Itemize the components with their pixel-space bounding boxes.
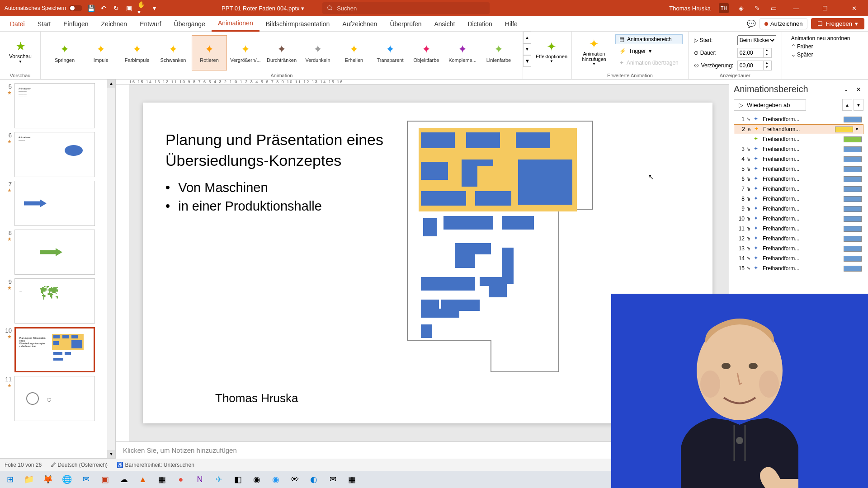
animation-list-item[interactable]: 10🖱✦Freihandform... — [734, 214, 863, 224]
move-earlier-button[interactable]: ⌃ Früher — [791, 43, 850, 50]
telegram-icon[interactable]: ✈ — [211, 472, 227, 487]
animation-list-item[interactable]: 2🖱✦Freihandform...▼ — [734, 124, 863, 134]
sync-icon[interactable]: ◈ — [737, 4, 745, 12]
anim-gallery-item[interactable]: ✦Schwanken — [156, 35, 191, 70]
autosave-toggle[interactable]: Automatisches Speichern — [5, 5, 82, 11]
app-icon-7[interactable]: ✉ — [325, 472, 341, 487]
obs-icon[interactable]: ◉ — [249, 472, 265, 487]
scroll-up-icon[interactable]: ▲ — [107, 80, 115, 88]
tab-design[interactable]: Entwurf — [133, 16, 167, 32]
anim-move-up-icon[interactable]: ▲ — [842, 99, 852, 111]
anim-gallery-item[interactable]: ✦Linienfarbe — [481, 35, 516, 70]
tab-help[interactable]: Hilfe — [499, 16, 524, 32]
anim-gallery-item[interactable]: ✦Transparent — [373, 35, 408, 70]
qat-more-icon[interactable]: ▾ — [150, 4, 158, 12]
username[interactable]: Thomas Hruska — [669, 5, 711, 12]
tab-slideshow[interactable]: Bildschirmpräsentation — [259, 16, 336, 32]
app-icon-2[interactable]: ▦ — [154, 472, 170, 487]
animation-list-item[interactable]: 6🖱✦Freihandform... — [734, 174, 863, 184]
edge-icon[interactable]: ◐ — [306, 472, 322, 487]
window-mode-icon[interactable]: ▭ — [769, 4, 778, 12]
thumbnail-slide[interactable]: Animationen─────────────── — [14, 83, 95, 128]
anim-gallery-item[interactable]: ✦Erhellen — [336, 35, 372, 70]
app-icon-3[interactable]: ● — [173, 472, 189, 487]
animation-list-item[interactable]: 4🖱✦Freihandform... — [734, 154, 863, 164]
floorplan-graphic[interactable] — [405, 119, 595, 372]
pane-dropdown-icon[interactable]: ⌄ — [841, 84, 851, 94]
powerpoint-icon[interactable]: ▣ — [97, 472, 113, 487]
app-icon-8[interactable]: ▦ — [344, 472, 360, 487]
redo-icon[interactable]: ↻ — [112, 4, 120, 12]
gallery-expand-icon[interactable]: ▼̲ — [523, 55, 531, 67]
tab-animations[interactable]: Animationen — [212, 16, 259, 32]
tab-review[interactable]: Überprüfen — [383, 16, 428, 32]
explorer-icon[interactable]: 📁 — [21, 472, 37, 487]
preview-button[interactable]: ★ Vorschau ▼ — [5, 33, 36, 70]
gallery-down-icon[interactable]: ▼ — [523, 43, 531, 55]
onenote-icon[interactable]: N — [192, 472, 208, 487]
tab-file[interactable]: Datei — [4, 16, 31, 32]
thumbs-scrollbar[interactable]: ▲ ▼ — [107, 80, 115, 458]
gallery-up-icon[interactable]: ▲ — [523, 32, 531, 43]
language-indicator[interactable]: 🖉 Deutsch (Österreich) — [51, 462, 108, 468]
app-icon-4[interactable]: ◧ — [230, 472, 246, 487]
anim-gallery-item[interactable]: ✦Springen — [47, 35, 82, 70]
start-menu-icon[interactable]: ⊞ — [2, 472, 18, 487]
animation-list-item[interactable]: ✦Freihandform... — [734, 134, 863, 144]
trigger-button[interactable]: ⚡ Trigger ▾ — [615, 46, 683, 56]
tab-view[interactable]: Ansicht — [428, 16, 461, 32]
app-icon-1[interactable]: ☁ — [116, 472, 132, 487]
comments-icon[interactable]: 💬 — [747, 19, 756, 28]
start-select[interactable]: Beim Klicken — [737, 35, 776, 45]
coming-soon-icon[interactable]: ✎ — [753, 4, 761, 12]
slide-thumbnails[interactable]: 5★Animationen───────────────6★Animatione… — [0, 80, 116, 458]
tab-start[interactable]: Start — [31, 16, 57, 32]
anim-gallery-item[interactable]: ✦Vergrößern/... — [228, 35, 263, 70]
animation-list[interactable]: 1🖱✦Freihandform...2🖱✦Freihandform...▼✦Fr… — [734, 114, 863, 273]
tab-dictation[interactable]: Dictation — [461, 16, 498, 32]
chrome-icon[interactable]: 🌐 — [59, 472, 75, 487]
animation-list-item[interactable]: 9🖱✦Freihandform... — [734, 204, 863, 214]
vlc-icon[interactable]: ▲ — [135, 472, 151, 487]
anim-gallery-item[interactable]: ✦Kompleme... — [445, 35, 480, 70]
animation-list-item[interactable]: 14🖱✦Freihandform... — [734, 253, 863, 263]
touch-icon[interactable]: ✋▾ — [137, 4, 146, 12]
add-animation-button[interactable]: ✦ Animation hinzufügen ▼ — [576, 33, 612, 70]
thumbnail-slide[interactable]: 🗺──── — [14, 278, 95, 324]
maximize-button[interactable]: ☐ — [815, 0, 835, 16]
gallery-scroll[interactable]: ▲ ▼ ▼̲ — [523, 32, 531, 79]
duration-input[interactable]: ▲▼ — [737, 48, 772, 58]
firefox-icon[interactable]: 🦊 — [40, 472, 56, 487]
pane-close-icon[interactable]: ✕ — [854, 84, 863, 94]
accessibility-check[interactable]: ♿ Barrierefreiheit: Untersuchen — [117, 462, 194, 468]
animation-list-item[interactable]: 11🖱✦Freihandform... — [734, 224, 863, 234]
thumbnail-slide[interactable] — [14, 230, 95, 275]
animation-pane-button[interactable]: ▤ Animationsbereich — [615, 34, 683, 44]
tab-record[interactable]: Aufzeichnen — [336, 16, 383, 32]
record-button[interactable]: Aufzeichnen — [760, 18, 808, 29]
scroll-down-icon[interactable]: ▼ — [107, 450, 115, 458]
tab-draw[interactable]: Zeichnen — [95, 16, 134, 32]
thumbnail-slide[interactable]: Planung und PräsentationeinesÜbersiedlun… — [14, 327, 95, 372]
close-button[interactable]: ✕ — [844, 0, 864, 16]
filename[interactable]: PPT 01 Roter Faden 004.pptx ▾ — [222, 5, 304, 12]
minimize-button[interactable]: — — [786, 0, 807, 16]
animation-list-item[interactable]: 8🖱✦Freihandform... — [734, 194, 863, 204]
animation-list-item[interactable]: 12🖱✦Freihandform... — [734, 234, 863, 244]
save-icon[interactable]: 💾 — [87, 4, 95, 12]
anim-gallery-item[interactable]: ✦Rotieren — [192, 35, 227, 70]
effect-options-button[interactable]: ✦ Effektoptionen ▼ — [536, 33, 567, 70]
thumbnail-slide[interactable] — [14, 181, 95, 226]
animation-list-item[interactable]: 15🖱✦Freihandform... — [734, 263, 863, 273]
present-icon[interactable]: ▣ — [125, 4, 133, 12]
app-icon-6[interactable]: 👁 — [287, 472, 303, 487]
animation-list-item[interactable]: 3🖱✦Freihandform... — [734, 144, 863, 154]
anim-gallery-item[interactable]: ✦Verdunkeln — [300, 35, 335, 70]
thumbnail-slide[interactable]: ♡ — [14, 376, 95, 421]
app-icon-5[interactable]: ◉ — [268, 472, 284, 487]
anim-gallery-item[interactable]: ✦Durchtränken — [264, 35, 299, 70]
slide-counter[interactable]: Folie 10 von 26 — [5, 462, 42, 468]
animation-list-item[interactable]: 7🖱✦Freihandform... — [734, 184, 863, 194]
play-from-button[interactable]: ▷ Wiedergeben ab — [734, 99, 806, 111]
undo-icon[interactable]: ↶ — [99, 4, 108, 12]
